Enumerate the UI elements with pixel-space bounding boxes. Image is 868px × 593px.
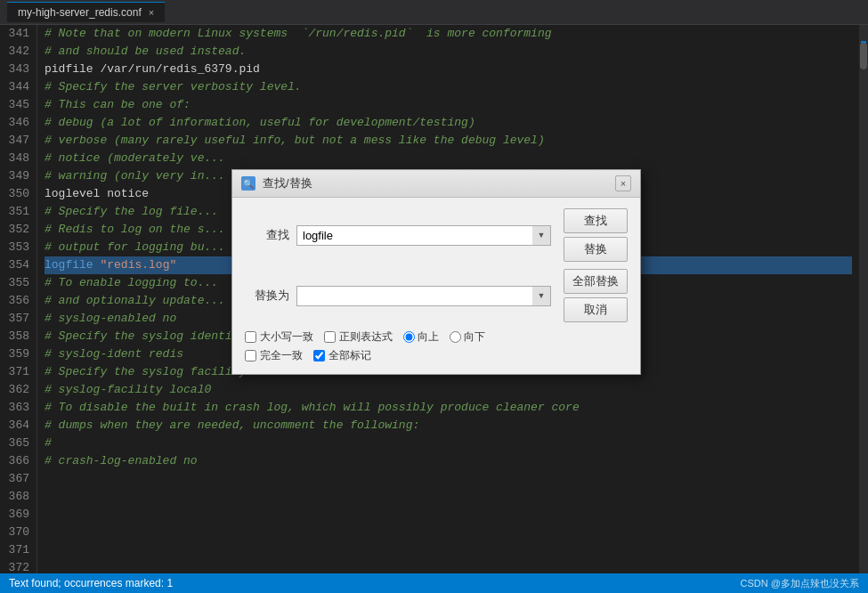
- direction-up-option[interactable]: 向上: [403, 329, 439, 345]
- table-row: # and should be used instead.: [45, 43, 852, 61]
- options-row-2: 完全一致 全部标记: [245, 348, 628, 363]
- whole-word-option[interactable]: 完全一致: [245, 348, 303, 363]
- find-replace-dialog: 🔍 查找/替换 × 查找 ▼ 查找 替换 替换为 ▼ 全部替换: [231, 169, 641, 375]
- line-number: 353: [4, 239, 29, 256]
- line-number: 365: [4, 435, 29, 452]
- line-number: 345: [4, 96, 29, 114]
- line-number: 359: [4, 345, 29, 363]
- line-number: 356: [4, 292, 29, 310]
- replace-button[interactable]: 替换: [564, 237, 628, 262]
- options-row-1: 大小写一致 正则表达式 向上 向下: [245, 329, 628, 345]
- replace-dropdown-button[interactable]: ▼: [532, 287, 550, 305]
- replace-input-wrapper: ▼: [296, 286, 551, 306]
- find-row: 查找 ▼ 查找 替换: [245, 208, 628, 262]
- dialog-icon: 🔍: [241, 176, 256, 191]
- find-dropdown-button[interactable]: ▼: [532, 226, 550, 245]
- line-number: 343: [4, 61, 29, 78]
- case-sensitive-label: 大小写一致: [260, 329, 313, 345]
- table-row: # Note that on modern Linux systems `/ru…: [45, 25, 852, 43]
- find-input[interactable]: [297, 226, 532, 245]
- action-buttons: 查找 替换: [564, 208, 628, 262]
- line-number: 363: [4, 399, 29, 417]
- table-row: # notice (moderately ve...: [45, 150, 852, 167]
- line-number: 368: [4, 488, 29, 506]
- table-row: # syslog-facility local0: [45, 381, 852, 399]
- regex-checkbox[interactable]: [324, 331, 336, 343]
- find-input-wrapper: ▼: [296, 225, 551, 246]
- line-number: 367: [4, 470, 29, 488]
- regex-option[interactable]: 正则表达式: [324, 329, 393, 345]
- line-number: 369: [4, 506, 29, 524]
- direction-up-radio[interactable]: [403, 331, 415, 343]
- replace-row: 替换为 ▼ 全部替换 取消: [245, 269, 628, 322]
- line-number: 354: [4, 256, 29, 274]
- table-row: pidfile /var/run/redis_6379.pid: [45, 61, 852, 78]
- scrollbar-thumb[interactable]: [860, 43, 867, 69]
- table-row: # Specify the server verbosity level.: [45, 78, 852, 96]
- case-sensitive-checkbox[interactable]: [245, 331, 256, 343]
- direction-down-option[interactable]: 向下: [450, 329, 485, 345]
- direction-up-label: 向上: [418, 329, 439, 345]
- case-sensitive-option[interactable]: 大小写一致: [245, 329, 313, 345]
- find-button[interactable]: 查找: [564, 208, 628, 233]
- line-number: 364: [4, 417, 29, 435]
- table-row: # verbose (many rarely useful info, but …: [45, 132, 852, 150]
- cancel-button[interactable]: 取消: [564, 297, 628, 322]
- table-row: # To disable the built in crash log, whi…: [45, 399, 852, 417]
- table-row: # crash-log-enabled no: [45, 452, 852, 470]
- replace-input[interactable]: [297, 287, 532, 305]
- status-text: Text found; occurrences marked: 1: [9, 577, 173, 589]
- status-right-text: CSDN @多加点辣也没关系: [741, 577, 859, 590]
- line-number: 370: [4, 524, 29, 541]
- tab-close-icon[interactable]: ×: [149, 7, 154, 18]
- find-label: 查找: [245, 227, 289, 243]
- line-number: 358: [4, 328, 29, 345]
- replace-action-buttons: 全部替换 取消: [564, 269, 628, 322]
- all-marks-option[interactable]: 全部标记: [313, 348, 371, 363]
- all-marks-checkbox[interactable]: [313, 350, 325, 361]
- line-number: 348: [4, 150, 29, 167]
- regex-label: 正则表达式: [339, 329, 393, 345]
- dialog-body: 查找 ▼ 查找 替换 替换为 ▼ 全部替换 取消: [232, 198, 640, 374]
- status-bar: Text found; occurrences marked: 1 CSDN @…: [0, 573, 868, 593]
- line-number: 357: [4, 310, 29, 328]
- line-number: 371: [4, 541, 29, 559]
- scrollbar-track[interactable]: [859, 25, 868, 573]
- line-number: 362: [4, 381, 29, 399]
- line-number: 355: [4, 274, 29, 292]
- replace-all-button[interactable]: 全部替换: [564, 269, 628, 294]
- replace-label: 替换为: [245, 288, 289, 304]
- dialog-close-button[interactable]: ×: [615, 175, 631, 191]
- line-number: 344: [4, 78, 29, 96]
- line-number: 341: [4, 25, 29, 43]
- line-number: 349: [4, 167, 29, 185]
- direction-down-radio[interactable]: [450, 331, 461, 343]
- line-number: 371: [4, 363, 29, 381]
- title-bar: my-high-server_redis.conf ×: [0, 0, 868, 25]
- line-number: 372: [4, 559, 29, 573]
- line-number: 347: [4, 132, 29, 150]
- whole-word-label: 完全一致: [260, 348, 303, 363]
- editor-tab[interactable]: my-high-server_redis.conf ×: [7, 2, 165, 22]
- tab-title: my-high-server_redis.conf: [18, 6, 142, 19]
- direction-down-label: 向下: [464, 329, 485, 345]
- table-row: # dumps when they are needed, uncomment …: [45, 417, 852, 435]
- dialog-title-bar[interactable]: 🔍 查找/替换 ×: [232, 170, 640, 198]
- all-marks-label: 全部标记: [329, 348, 371, 363]
- line-number: 346: [4, 114, 29, 132]
- line-number: 342: [4, 43, 29, 61]
- line-number: 366: [4, 452, 29, 470]
- line-number: 351: [4, 203, 29, 221]
- table-row: #: [45, 435, 852, 452]
- dialog-title: 查找/替换: [263, 175, 608, 191]
- whole-word-checkbox[interactable]: [245, 350, 256, 361]
- line-numbers: 3413423433443453463473483493503513523533…: [0, 25, 37, 573]
- table-row: # This can be one of:: [45, 96, 852, 114]
- table-row: # debug (a lot of information, useful fo…: [45, 114, 852, 132]
- line-number: 350: [4, 185, 29, 203]
- line-number: 352: [4, 221, 29, 239]
